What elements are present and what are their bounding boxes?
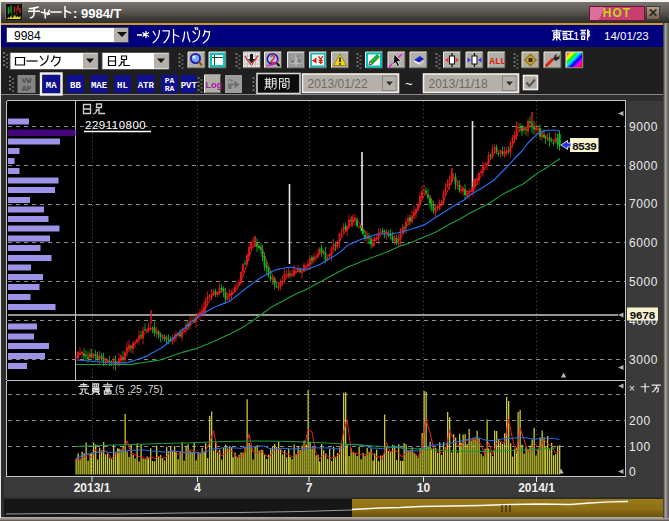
svg-text:10: 10 [417,481,431,495]
svg-text:2014/1: 2014/1 [518,481,555,495]
svg-text:8539: 8539 [572,140,597,153]
svg-text:2013/01/22: 2013/01/22 [308,77,368,91]
svg-text:2013/1: 2013/1 [74,481,111,495]
svg-text:ATR: ATR [138,81,155,91]
svg-text:MAE: MAE [91,81,108,91]
svg-text:1: 1 [573,30,579,42]
svg-text:(5 ,25 ,75): (5 ,25 ,75) [115,383,163,395]
svg-text:BB: BB [70,81,81,91]
svg-text:6000: 6000 [629,236,658,250]
svg-text:: 9984/T: : 9984/T [73,6,121,21]
svg-text:HL: HL [117,81,128,91]
svg-text:0: 0 [629,465,636,479]
svg-text:5000: 5000 [629,275,658,289]
svg-text:PVT: PVT [181,81,198,91]
svg-text:100: 100 [629,440,651,454]
svg-text:9000: 9000 [629,120,658,134]
svg-text:200: 200 [629,414,651,428]
svg-text:Log: Log [206,80,223,90]
svg-text:7000: 7000 [629,197,658,211]
svg-text:7: 7 [306,481,313,495]
svg-text:AP: AP [22,84,32,93]
svg-text:2013/11/18: 2013/11/18 [429,77,488,91]
svg-text:ALL: ALL [490,57,506,67]
svg-text:×: × [629,383,635,394]
svg-text:RA: RA [165,84,175,93]
svg-text:229110800: 229110800 [85,119,146,131]
svg-text:14/01/23: 14/01/23 [604,30,649,42]
svg-text:MA: MA [46,81,57,91]
svg-text:9678: 9678 [630,309,656,322]
svg-text:3000: 3000 [629,353,658,367]
svg-text:8000: 8000 [629,159,658,173]
svg-text:~: ~ [405,76,413,91]
svg-text:4: 4 [194,481,201,495]
